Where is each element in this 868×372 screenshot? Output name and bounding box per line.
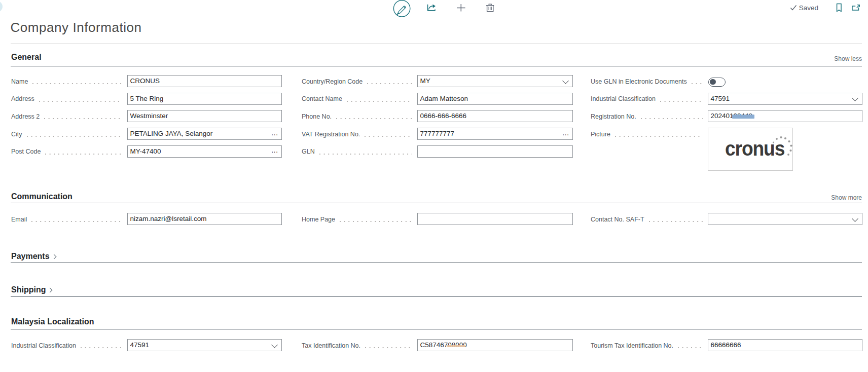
svg-text:cronus: cronus xyxy=(725,137,784,160)
